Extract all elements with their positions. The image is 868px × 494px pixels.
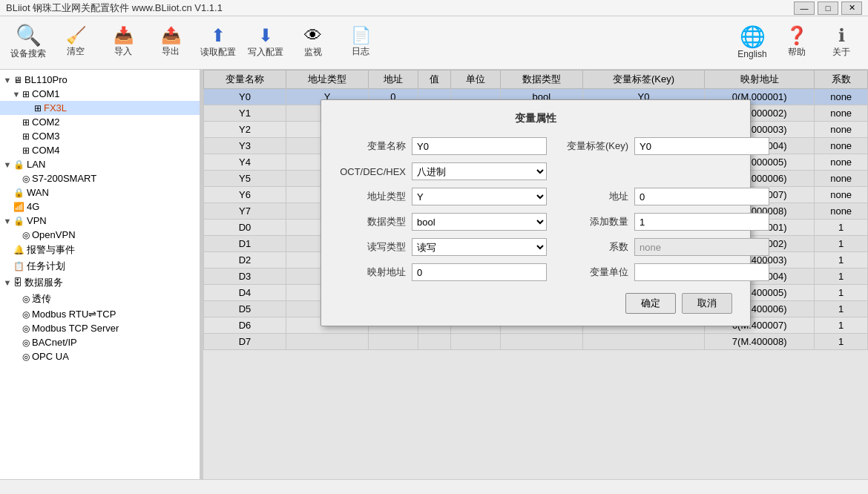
window-controls[interactable]: — □ ✕: [794, 1, 862, 15]
search-device-label: 设备搜索: [10, 47, 46, 60]
tree-node-label: 数据服务: [24, 276, 63, 289]
tree-node-label: S7-200SMART: [32, 173, 96, 184]
modal-input-mapaddr[interactable]: [412, 263, 547, 281]
tree-node-icon: 🔒: [13, 216, 24, 226]
sidebar-item-4g[interactable]: 📶4G: [0, 200, 200, 214]
monitor-label: 监视: [304, 46, 322, 59]
search-device-button[interactable]: 🔍 设备搜索: [6, 19, 50, 67]
modal-row-addr: 地址: [562, 188, 769, 205]
clear-label: 清空: [67, 45, 85, 58]
tree-node-label: COM4: [32, 145, 60, 156]
english-button[interactable]: 🌐 English: [731, 19, 773, 67]
modal-select-datatype[interactable]: bool int16 uint16 int32 float: [412, 213, 547, 231]
tree-node-icon: ⊞: [22, 89, 30, 99]
modal-select-rwtype[interactable]: 读写 只读 只写: [412, 238, 547, 256]
sidebar-item-com2[interactable]: ⊞COM2: [0, 115, 200, 129]
sidebar-item-modbus-rtu[interactable]: ◎Modbus RTU⇌TCP: [0, 307, 200, 321]
app-title: BLiiot 钢珠工业网关配置软件 www.BLiiot.cn V1.1.1: [6, 1, 223, 15]
tree-node-label: 透传: [32, 292, 51, 306]
sidebar-item-com4[interactable]: ⊞COM4: [0, 143, 200, 157]
sidebar-item-vpn[interactable]: ▼🔒VPN: [0, 214, 200, 228]
tree-node-icon: ◎: [22, 337, 30, 348]
modal-input-varname[interactable]: [412, 137, 547, 155]
modal-select-octdechex[interactable]: 八进制 十进制 十六进制: [412, 162, 547, 180]
modal-label-varname: 变量名称: [339, 139, 406, 153]
log-button[interactable]: 📄 日志: [338, 19, 383, 67]
tree-node-icon: 🗄: [13, 277, 22, 288]
help-icon: ❓: [786, 27, 808, 45]
export-button[interactable]: 📤 导出: [148, 19, 193, 67]
minimize-button[interactable]: —: [794, 1, 815, 15]
modal-row-addcount: 添加数量: [562, 213, 769, 231]
monitor-icon: 👁: [304, 27, 322, 45]
monitor-button[interactable]: 👁 监视: [291, 19, 335, 67]
sidebar-item-bl110pro[interactable]: ▼🖥BL110Pro: [0, 73, 200, 87]
modal-input-addr[interactable]: [634, 188, 769, 205]
modal-col-left: 变量名称 OCT/DEC/HEX 八进制 十进制 十六进制: [339, 137, 547, 281]
sidebar-item-com3[interactable]: ⊞COM3: [0, 129, 200, 143]
sidebar-item-data-service[interactable]: ▼🗄数据服务: [0, 274, 200, 291]
tree-toggle-icon: ▼: [3, 217, 12, 225]
sidebar-item-openvpn[interactable]: ◎OpenVPN: [0, 228, 200, 242]
about-label: 关于: [832, 46, 850, 59]
sidebar-item-fx3l[interactable]: ⊞FX3L: [0, 101, 200, 115]
sidebar-item-opc-ua[interactable]: ◎OPC UA: [0, 349, 200, 363]
modal-row-varname: 变量名称: [339, 137, 547, 155]
modal-input-varunit[interactable]: [634, 263, 769, 281]
sidebar-item-s7-200smart[interactable]: ◎S7-200SMART: [0, 171, 200, 185]
sidebar-item-transparent[interactable]: ◎透传: [0, 291, 200, 307]
modal-input-addcount[interactable]: [634, 213, 769, 231]
modal-overlay: 变量属性 变量名称 OCT/DEC/HEX 八进制 十进制: [203, 70, 868, 479]
tree-node-label: 任务计划: [27, 260, 65, 273]
toolbar-right: 🌐 English ❓ 帮助 ℹ 关于: [731, 19, 862, 67]
sidebar-item-bacnet[interactable]: ◎BACnet/IP: [0, 335, 200, 349]
tree-node-icon: ◎: [22, 174, 30, 184]
modal-label-rwtype: 读写类型: [339, 240, 406, 254]
about-icon: ℹ: [838, 27, 845, 45]
clear-button[interactable]: 🧹 清空: [53, 19, 98, 67]
sidebar-item-task[interactable]: 📋任务计划: [0, 258, 200, 274]
modal-row-varunit: 变量单位: [562, 263, 769, 281]
sidebar-item-wan[interactable]: 🔒WAN: [0, 185, 200, 200]
maximize-button[interactable]: □: [818, 1, 838, 15]
modal-form: 变量名称 OCT/DEC/HEX 八进制 十进制 十六进制: [339, 137, 732, 281]
status-bar: [0, 479, 868, 494]
tree-node-label: OpenVPN: [32, 229, 76, 240]
export-icon: 📤: [161, 27, 181, 44]
modal-row-rwtype: 读写类型 读写 只读 只写: [339, 238, 547, 256]
import-button[interactable]: 📥 导入: [101, 19, 145, 67]
tree-node-icon: 🔒: [13, 188, 24, 198]
close-button[interactable]: ✕: [841, 1, 862, 15]
tree-toggle-icon: ▼: [3, 76, 12, 85]
tree-node-icon: ⊞: [34, 103, 42, 113]
about-button[interactable]: ℹ 关于: [821, 19, 862, 67]
modal-row-mapaddr: 映射地址: [339, 263, 547, 281]
help-label: 帮助: [788, 46, 806, 59]
content-area: 变量名称 地址类型 地址 值 单位 数据类型 变量标签(Key) 映射地址 系数…: [203, 70, 868, 479]
sidebar-item-modbus-tcp[interactable]: ◎Modbus TCP Server: [0, 321, 200, 335]
import-icon: 📥: [114, 27, 134, 44]
tree-node-label: BACnet/IP: [32, 337, 77, 348]
modal-confirm-button[interactable]: 确定: [625, 293, 676, 314]
write-config-icon: ⬇: [258, 27, 273, 45]
tree-node-icon: ◎: [22, 309, 30, 320]
tree-node-label: COM1: [32, 88, 60, 99]
tree-node-icon: 🔒: [13, 159, 24, 170]
modal-input-varkey[interactable]: [634, 137, 769, 155]
sidebar-item-com1[interactable]: ▼⊞COM1: [0, 87, 200, 101]
write-config-button[interactable]: ⬇ 写入配置: [243, 19, 288, 67]
tree-node-icon: 📋: [13, 261, 24, 271]
modal-row-addrtype: 地址类型 Y X M D: [339, 188, 547, 205]
modal-buttons: 确定 取消: [339, 293, 732, 314]
help-button[interactable]: ❓ 帮助: [776, 19, 818, 67]
modal-col-right: 变量标签(Key) 地址 添加数量: [562, 137, 769, 281]
log-icon: 📄: [351, 27, 371, 44]
modal-row-varkey: 变量标签(Key): [562, 137, 769, 155]
read-config-button[interactable]: ⬆ 读取配置: [196, 19, 240, 67]
modal-select-addrtype[interactable]: Y X M D: [412, 188, 547, 205]
modal-label-octdechex: OCT/DEC/HEX: [339, 166, 406, 177]
sidebar-item-lan[interactable]: ▼🔒LAN: [0, 157, 200, 171]
sidebar-item-alert[interactable]: 🔔报警与事件: [0, 242, 200, 258]
modal-input-coeff: [634, 238, 769, 256]
modal-cancel-button[interactable]: 取消: [682, 293, 732, 314]
